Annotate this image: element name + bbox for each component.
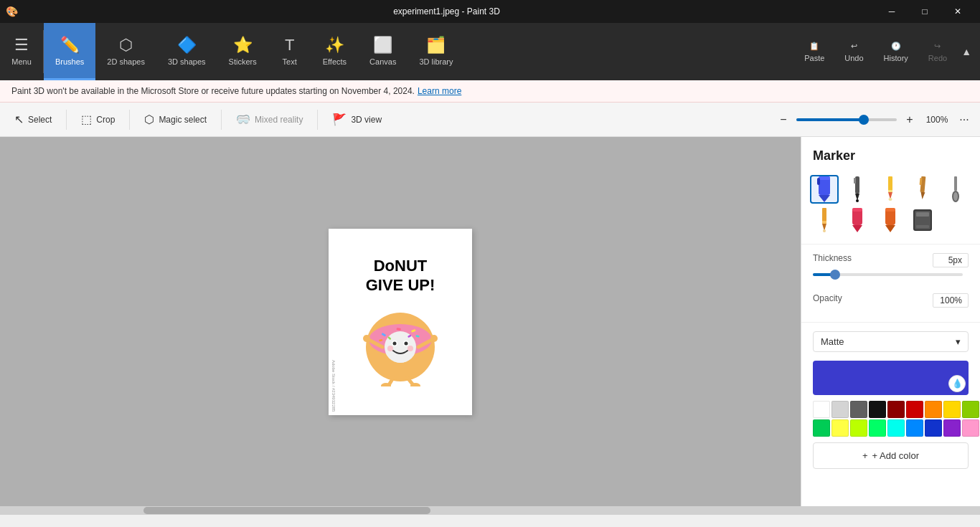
toolbar-brushes[interactable]: ✏️ Brushes xyxy=(44,23,95,80)
select-tool[interactable]: ↖ Select xyxy=(6,107,60,133)
color-gray[interactable] xyxy=(850,401,867,418)
brushes-label: Brushes xyxy=(55,57,84,66)
thickness-row: Thickness 5px xyxy=(813,253,969,267)
color-purple[interactable] xyxy=(943,419,961,437)
minimize-button[interactable]: ─ xyxy=(875,0,908,23)
menu-label: Menu xyxy=(11,57,32,66)
brush-marker-red[interactable] xyxy=(843,206,872,235)
notification-bar: Paint 3D won't be available in the Micro… xyxy=(0,80,980,103)
3d-shapes-icon: 🔷 xyxy=(177,36,197,54)
color-black[interactable] xyxy=(869,401,886,418)
add-color-label: + Add color xyxy=(872,450,919,461)
color-light-gray[interactable] xyxy=(831,401,849,418)
more-options-button[interactable]: ··· xyxy=(954,110,974,130)
learn-more-link[interactable]: Learn more xyxy=(418,86,461,96)
scrollbar-thumb[interactable] xyxy=(143,507,430,514)
color-yellow[interactable] xyxy=(943,401,961,418)
color-dark-red[interactable] xyxy=(887,401,905,418)
toolbar-expand-button[interactable]: ▲ xyxy=(958,23,974,80)
history-action[interactable]: 🕐 History xyxy=(875,23,917,80)
toolbar-text[interactable]: T Text xyxy=(268,23,311,80)
brushes-icon: ✏️ xyxy=(60,36,80,54)
stickers-icon: ⭐ xyxy=(233,36,253,54)
history-icon: 🕐 xyxy=(891,42,901,51)
undo-action[interactable]: ↩ Undo xyxy=(836,23,872,80)
svg-rect-28 xyxy=(817,178,820,185)
right-panel: Marker xyxy=(801,137,980,506)
effects-icon: ✨ xyxy=(325,36,344,54)
toolbar-canvas[interactable]: ⬜ Canvas xyxy=(358,23,407,80)
pencil-svg xyxy=(885,176,895,202)
svg-rect-46 xyxy=(822,221,826,224)
thickness-slider-row xyxy=(813,273,969,276)
color-yellow-green[interactable] xyxy=(962,401,979,418)
svg-point-16 xyxy=(407,346,413,351)
color-bright-yellow[interactable] xyxy=(831,419,849,437)
titlebar: 🎨 experiment1.jpeg - Paint 3D ─ □ ✕ xyxy=(0,0,980,23)
zoom-slider-thumb[interactable] xyxy=(859,115,869,125)
color-orange[interactable] xyxy=(925,401,942,418)
canvas-scrollbar[interactable] xyxy=(0,506,980,515)
finish-dropdown[interactable]: Matte ▾ xyxy=(813,331,969,352)
magic-select-tool[interactable]: ⬡ Magic select xyxy=(136,107,215,133)
svg-rect-33 xyxy=(888,176,892,192)
close-button[interactable]: ✕ xyxy=(941,0,974,23)
zoom-out-button[interactable]: − xyxy=(773,110,793,130)
brush-pencil2[interactable] xyxy=(810,206,839,235)
toolbar-3d-shapes[interactable]: 🔷 3D shapes xyxy=(156,23,217,80)
svg-point-45 xyxy=(823,229,826,232)
toolbar-stickers[interactable]: ⭐ Stickers xyxy=(217,23,268,80)
brush-crayon[interactable] xyxy=(908,206,937,235)
zoom-slider[interactable] xyxy=(796,118,897,121)
svg-point-31 xyxy=(856,199,859,202)
eyedropper-button[interactable]: 💧 xyxy=(948,375,966,392)
brush-marker[interactable] xyxy=(810,175,839,204)
brush-pencil[interactable] xyxy=(876,175,905,204)
toolbar-2d-shapes[interactable]: ⬡ 2D shapes xyxy=(95,23,156,80)
add-color-button[interactable]: + + Add color xyxy=(813,442,969,469)
brush-pen[interactable] xyxy=(843,175,872,204)
color-dark-blue[interactable] xyxy=(925,419,942,437)
svg-point-13 xyxy=(393,341,397,345)
redo-action[interactable]: ↪ Redo xyxy=(920,23,956,80)
text-label: Text xyxy=(283,57,297,66)
svg-marker-38 xyxy=(920,192,925,199)
mixed-reality-tool[interactable]: 🥽 Mixed reality xyxy=(227,107,311,133)
brush-oil[interactable] xyxy=(941,175,970,204)
stickers-label: Stickers xyxy=(229,57,257,66)
color-swatch[interactable]: 💧 xyxy=(813,361,969,395)
main-content: DoNUT GIVE UP! xyxy=(0,137,980,506)
toolbar-effects[interactable]: ✨ Effects xyxy=(311,23,358,80)
maximize-button[interactable]: □ xyxy=(908,0,941,23)
thickness-thumb[interactable] xyxy=(830,270,840,280)
color-cyan[interactable] xyxy=(887,419,905,437)
color-green[interactable] xyxy=(813,419,830,437)
oil-brush-svg xyxy=(951,176,961,202)
color-lime[interactable] xyxy=(850,419,867,437)
color-pink[interactable] xyxy=(962,419,979,437)
color-red[interactable] xyxy=(906,401,923,418)
brush-marker-orange[interactable] xyxy=(876,206,905,235)
svg-marker-52 xyxy=(885,225,895,232)
mixed-reality-label: Mixed reality xyxy=(255,115,303,125)
chevron-down-icon: ▾ xyxy=(956,336,961,347)
thickness-slider[interactable] xyxy=(813,273,963,276)
paste-action[interactable]: 📋 Paste xyxy=(796,23,833,80)
color-blue[interactable] xyxy=(906,419,923,437)
color-white[interactable] xyxy=(813,401,830,418)
crop-icon: ⬚ xyxy=(81,113,92,126)
zoom-in-button[interactable]: + xyxy=(900,110,920,130)
crop-label: Crop xyxy=(96,115,115,125)
text-icon: T xyxy=(285,36,294,54)
notification-text: Paint 3D won't be available in the Micro… xyxy=(11,86,415,96)
redo-icon: ↪ xyxy=(934,42,941,51)
3d-view-tool[interactable]: 🚩 3D view xyxy=(324,107,390,133)
color-bright-green[interactable] xyxy=(869,419,886,437)
toolbar-3d-library[interactable]: 🗂️ 3D library xyxy=(407,23,464,80)
svg-rect-32 xyxy=(854,178,856,184)
toolbar-menu[interactable]: ☰ Menu xyxy=(0,23,43,80)
canvas-area[interactable]: DoNUT GIVE UP! xyxy=(0,137,801,506)
window-controls: ─ □ ✕ xyxy=(875,0,974,23)
crop-tool[interactable]: ⬚ Crop xyxy=(72,107,123,133)
brush-calligraphy[interactable] xyxy=(908,175,937,204)
